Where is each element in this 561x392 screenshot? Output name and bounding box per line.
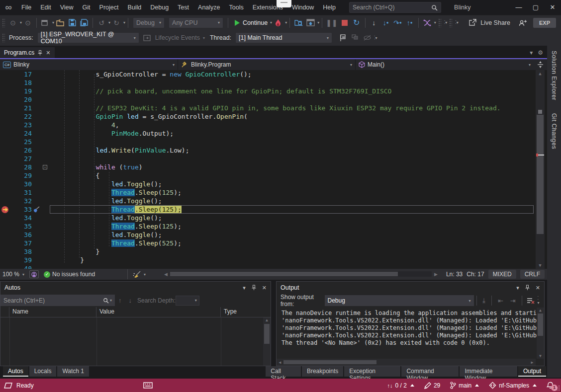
close-panel-icon[interactable]: ✕ [536, 285, 540, 291]
minimize-button[interactable]: — [510, 0, 527, 15]
step-out-icon[interactable]: ↑● [405, 17, 415, 29]
background-tasks-icon[interactable] [4, 383, 12, 389]
pending-changes-button[interactable]: 29 [424, 382, 440, 389]
thread-dropdown[interactable]: [1] Main Thread▾ [235, 32, 332, 43]
scroll-left-icon[interactable]: ◀ [277, 360, 283, 365]
output-vertical-scrollbar[interactable]: ▲ ▼ [537, 308, 544, 359]
document-health-icon[interactable] [29, 270, 39, 278]
code-line-26[interactable]: 26 led.Write(PinValue.Low); [0, 146, 536, 155]
window-position-dropdown-icon[interactable]: ▾ [516, 285, 519, 291]
output-log[interactable]: The nanoDevice runtime is loading the ap… [277, 308, 544, 366]
current-branch-button[interactable]: main [450, 382, 479, 389]
menu-view[interactable]: View [56, 0, 78, 15]
project-dropdown[interactable]: C# Blinky ▾ [0, 59, 178, 70]
code-line-37[interactable]: 37 Thread.Sleep(525); [0, 239, 536, 247]
feedback-icon[interactable] [518, 17, 528, 29]
navigate-back-dropdown[interactable]: ▾ [20, 20, 22, 25]
code-line-18[interactable]: 18 [0, 78, 536, 87]
code-line-28[interactable]: 28- while (true) [0, 163, 536, 171]
new-project-icon[interactable] [40, 17, 50, 29]
tab-watch-1[interactable]: Watch 1 [57, 366, 89, 377]
keyboard-icon[interactable] [143, 382, 153, 389]
intellitrace-icon[interactable] [422, 17, 432, 29]
find-in-files-icon[interactable] [293, 17, 303, 29]
editor-horizontal-scrollbar[interactable]: ◀ ▶ [164, 270, 438, 278]
tab-breakpoints[interactable]: Breakpoints [302, 366, 343, 377]
toolbar-overflow-dropdown[interactable]: ⁚▾ [444, 20, 448, 25]
step-into-icon[interactable]: ↓● [381, 17, 391, 29]
tab-autos[interactable]: Autos [3, 366, 28, 377]
scroll-down-icon[interactable]: ▼ [536, 263, 545, 268]
hot-reload-icon[interactable] [273, 17, 283, 29]
notifications-button[interactable]: 1 [547, 382, 554, 390]
code-line-29[interactable]: 29 { [0, 171, 536, 180]
clear-all-icon[interactable] [526, 295, 536, 307]
tab-output[interactable]: Output [518, 366, 546, 377]
menu-edit[interactable]: Edit [36, 0, 56, 15]
collapse-region-button[interactable]: - [43, 165, 47, 169]
tab-options-gear-icon[interactable]: ⚙ [538, 49, 543, 56]
code-editor[interactable]: 17 s_GpioController = new GpioController… [0, 70, 547, 269]
menu-file[interactable]: File [17, 0, 36, 15]
toolbar-grip[interactable] [438, 18, 441, 27]
sidebar-tab-git-changes[interactable]: Git Changes [551, 113, 558, 149]
scroll-right-icon[interactable]: ▶ [529, 360, 536, 365]
maximize-button[interactable]: ▢ [527, 0, 544, 15]
code-line-32[interactable]: 32 led.Toggle(); [0, 197, 536, 205]
redo-dropdown[interactable]: ▾ [123, 20, 125, 25]
quick-search-box[interactable]: Search (Ctrl+Q) [349, 2, 441, 13]
code-line-35[interactable]: 35 Thread.Sleep(125); [0, 222, 536, 231]
scroll-down-icon[interactable]: ▼ [537, 354, 544, 358]
indentation-indicator[interactable]: MIXED [488, 270, 516, 279]
autos-scrollbar[interactable]: ▲ [263, 317, 271, 366]
code-line-34[interactable]: 34 led.Toggle(); [0, 214, 536, 222]
code-line-21[interactable]: 21 // ESP32 DevKit: 4 is a valid GPIO pi… [0, 104, 536, 112]
line-ending-indicator[interactable]: CRLF [520, 270, 545, 279]
member-dropdown[interactable]: Main() ▾ [356, 59, 534, 70]
redo-icon[interactable]: ↻ [111, 17, 121, 29]
scroll-right-icon[interactable]: ▶ [432, 272, 438, 277]
save-all-icon[interactable] [79, 17, 89, 29]
close-button[interactable]: ✕ [544, 0, 561, 15]
resize-grip[interactable] [554, 385, 560, 391]
stop-debugging-icon[interactable] [340, 17, 350, 29]
menu-window[interactable]: Window [287, 0, 318, 15]
breakpoint-current-statement-icon[interactable] [1, 206, 8, 213]
navigate-back-icon[interactable]: ⊙ [8, 17, 18, 29]
code-line-38[interactable]: 38 } [0, 247, 536, 256]
menu-project[interactable]: Project [95, 0, 123, 15]
editor-vertical-scrollbar[interactable]: ▲ ▼ [536, 70, 545, 269]
issues-indicator[interactable]: ✓ No issues found [44, 271, 95, 278]
menu-test[interactable]: Test [173, 0, 193, 15]
code-line-25[interactable]: 25 [0, 138, 536, 146]
open-file-icon[interactable] [55, 17, 65, 29]
autos-panel-header[interactable]: Autos ▾ ✕ [0, 282, 271, 294]
save-icon[interactable] [67, 17, 77, 29]
toolbar-grip[interactable] [2, 33, 5, 42]
code-cleanup-button[interactable]: ▾ [133, 271, 146, 278]
scroll-up-icon[interactable]: ▲ [537, 308, 544, 313]
solution-configuration-dropdown[interactable]: Debug▾ [133, 17, 165, 28]
start-window-icon[interactable] [305, 17, 315, 29]
tab-call-stack[interactable]: Call Stack [266, 366, 301, 377]
git-sync-button[interactable]: ↑↓ 0 / 2 [387, 382, 414, 389]
output-horizontal-scrollbar[interactable]: ◀ ▶ [277, 359, 536, 366]
pin-icon[interactable] [38, 50, 42, 56]
code-line-19[interactable]: 19 // pick a board, uncomment one line f… [0, 87, 536, 95]
toolbar-overflow-dropdown[interactable]: ⁚▾ [455, 20, 459, 25]
scroll-up-icon[interactable]: ▲ [536, 71, 545, 76]
menu-help[interactable]: Help [318, 0, 340, 15]
column-name[interactable]: Name [9, 307, 96, 317]
code-line-17[interactable]: 17 s_GpioController = new GpioController… [0, 70, 536, 78]
navigate-forward-icon[interactable]: ⊙ [23, 17, 33, 29]
start-window-dropdown[interactable]: ▾ [317, 20, 319, 25]
column-type[interactable]: Type [221, 307, 271, 317]
autos-grid[interactable]: ▲ [0, 317, 271, 366]
undo-icon[interactable]: ↺ [96, 17, 106, 29]
menu-debug[interactable]: Debug [146, 0, 173, 15]
menu-build[interactable]: Build [123, 0, 146, 15]
step-over-icon[interactable]: ↷● [393, 17, 403, 29]
undo-dropdown[interactable]: ▾ [108, 20, 110, 25]
menu-analyze[interactable]: Analyze [193, 0, 224, 15]
code-line-22[interactable]: 22 GpioPin led = s_GpioController.OpenPi… [0, 112, 536, 121]
